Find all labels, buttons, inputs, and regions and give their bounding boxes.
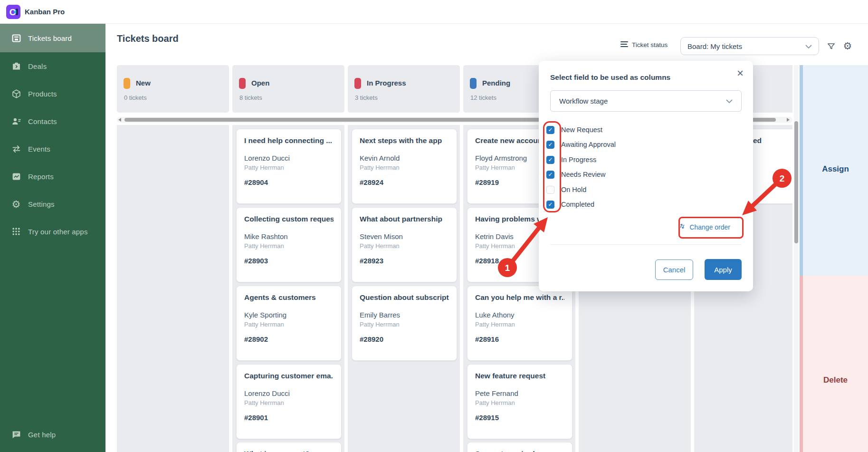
column-count: 8 tickets (239, 94, 262, 101)
sidebar-item-deals[interactable]: Deals (0, 52, 105, 80)
column-count: 3 tickets (355, 94, 378, 101)
sidebar-item-reports[interactable]: Reports (0, 163, 105, 190)
ticket-agent: Patty Herrman (360, 321, 449, 328)
sidebar-item-contacts[interactable]: Contacts (0, 107, 105, 135)
app-name: Kanban Pro (25, 8, 65, 16)
ticket-agent: Patty Herrman (244, 164, 334, 171)
page-title: Tickets board (117, 33, 179, 44)
option-row: ✓ New Request (546, 124, 602, 136)
column-count: 0 tickets (124, 94, 147, 101)
swap-arrows-icon (678, 222, 686, 231)
option-label: Needs Review (561, 171, 606, 178)
sidebar-item-label: Products (28, 90, 57, 98)
sidebar-item-label: Events (28, 145, 50, 153)
vertical-scrollbar[interactable] (794, 65, 799, 452)
chevron-down-icon (805, 42, 812, 50)
app-logo-icon: C (6, 5, 20, 19)
top-bar: C Kanban Pro (0, 0, 868, 24)
delete-dropzone[interactable]: Delete (800, 276, 868, 452)
ticket-card[interactable]: What about partnership Steven Mison Patt… (352, 207, 457, 282)
option-row: ✓ Completed (546, 198, 594, 211)
ticket-card[interactable]: Collecting custom reques... Mike Rashton… (236, 207, 342, 282)
column-open: I need help connecting ... Lorenzo Ducci… (232, 125, 344, 452)
ticket-title: I need help connecting ... (244, 136, 334, 145)
ticket-title: Can you help me with a r... (475, 293, 564, 302)
reports-icon (10, 172, 22, 182)
sidebar-item-try-other-apps[interactable]: Try our other apps (0, 218, 105, 245)
ticket-card[interactable]: I need help connecting ... Lorenzo Ducci… (236, 129, 342, 204)
change-order-button[interactable]: Change order (678, 222, 730, 231)
ticket-card[interactable]: New feature request Pete Fernand Patty H… (467, 364, 572, 439)
close-icon[interactable]: × (737, 67, 744, 79)
ticket-contact: Lorenzo Ducci (244, 389, 334, 397)
products-icon (10, 89, 22, 99)
ticket-agent: Patty Herrman (244, 242, 334, 250)
ticket-id: #28915 (475, 414, 564, 422)
checkbox-in-progress[interactable]: ✓ (546, 156, 554, 164)
checkbox-needs-review[interactable]: ✓ (546, 171, 554, 179)
checkbox-completed[interactable]: ✓ (546, 201, 554, 209)
ticket-contact: Luke Athony (475, 311, 564, 319)
column-count: 12 tickets (470, 94, 496, 101)
column-name: In Progress (367, 79, 406, 87)
ticket-id: #28916 (475, 335, 564, 343)
chat-bubble-icon (10, 430, 22, 440)
ticket-id: #28902 (244, 335, 334, 343)
tickets-board-icon (10, 33, 22, 43)
ticket-contact: Kevin Arnold (360, 154, 449, 162)
filter-icon[interactable] (825, 40, 837, 52)
deals-icon (10, 61, 22, 71)
ticket-title: Next steps with the app (360, 136, 449, 145)
ticket-contact: Emily Barres (360, 311, 449, 319)
ticket-card[interactable]: Agents & customers Kyle Sporting Patty H… (236, 286, 342, 361)
field-select[interactable]: Workflow stage (550, 90, 742, 112)
sidebar-item-products[interactable]: Products (0, 80, 105, 107)
vertical-scrollbar-thumb[interactable] (794, 121, 798, 243)
sidebar-item-label: Try our other apps (28, 228, 88, 236)
checkbox-on-hold[interactable]: ✓ (546, 186, 554, 194)
option-label: New Request (561, 126, 602, 134)
cancel-button[interactable]: Cancel (655, 260, 693, 280)
scroll-right-icon[interactable] (787, 118, 790, 122)
ticket-title: Capturing customer ema... (244, 372, 334, 380)
ticket-card[interactable]: Capturing customer ema... Lorenzo Ducci … (236, 364, 342, 439)
ticket-title: What about partnership (360, 215, 449, 223)
ticket-card[interactable]: Support required (467, 442, 572, 452)
select-columns-modal: Select field to be used as columns × Wor… (539, 61, 753, 291)
settings-gear-icon: ⚙ (10, 199, 22, 209)
checkbox-new-request[interactable]: ✓ (546, 126, 554, 134)
ticket-contact: Mike Rashton (244, 232, 334, 240)
settings-gear-icon[interactable]: ⚙ (842, 40, 853, 52)
ticket-id: #28901 (244, 414, 334, 422)
view-ticket-status[interactable]: Ticket status (620, 41, 668, 49)
list-lines-icon (620, 41, 628, 49)
option-row: ✓ In Progress (546, 154, 596, 166)
ticket-title: What is a request? (244, 450, 334, 452)
ticket-id: #28904 (244, 178, 334, 186)
column-new (117, 125, 229, 452)
ticket-card[interactable]: Next steps with the app Kevin Arnold Pat… (352, 129, 457, 204)
column-header-open: Open 8 tickets (232, 65, 344, 113)
checkbox-awaiting-approval[interactable]: ✓ (546, 141, 554, 149)
scroll-left-icon[interactable] (118, 118, 121, 122)
sidebar-item-events[interactable]: Events (0, 135, 105, 163)
board-selector[interactable]: Board: My tickets (680, 37, 819, 55)
chevron-down-icon (726, 97, 733, 105)
ticket-contact: Steven Mison (360, 232, 449, 240)
ticket-card[interactable]: Question about subscript... Emily Barres… (352, 286, 457, 361)
sidebar-item-tickets-board[interactable]: Tickets board (0, 24, 105, 52)
ticket-card[interactable]: What is a request? (236, 442, 342, 452)
sidebar-item-settings[interactable]: ⚙ Settings (0, 190, 105, 218)
apply-button[interactable]: Apply (705, 259, 742, 280)
ticket-agent: Patty Herrman (244, 399, 334, 406)
ticket-title: Support required (475, 450, 564, 452)
sidebar-item-label: Deals (28, 62, 47, 70)
assign-dropzone[interactable]: Assign (800, 65, 868, 276)
ticket-id: #28903 (244, 257, 334, 265)
sidebar-item-get-help[interactable]: Get help (0, 422, 105, 447)
option-row: ✓ Awaiting Approval (546, 138, 616, 151)
ticket-card[interactable]: Can you help me with a r... Luke Athony … (467, 286, 572, 361)
option-label: On Hold (561, 186, 586, 193)
column-name: New (136, 79, 151, 87)
ticket-agent: Patty Herrman (244, 321, 334, 328)
